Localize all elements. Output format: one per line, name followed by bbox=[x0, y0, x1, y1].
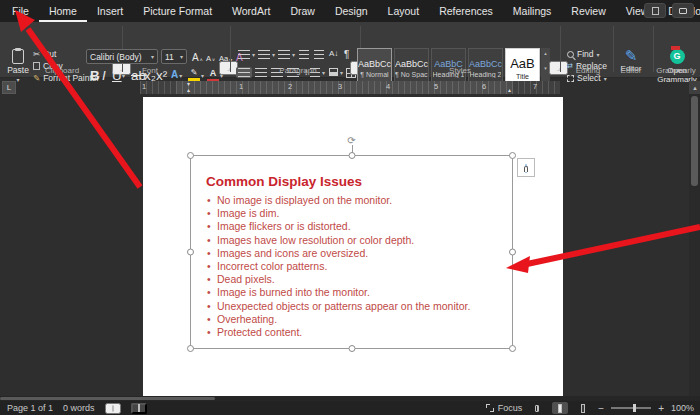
align-left-button[interactable] bbox=[236, 67, 252, 78]
ribbon-tab[interactable]: Home bbox=[39, 0, 87, 22]
bullet-text: No image is displayed on the monitor. bbox=[217, 194, 392, 206]
right-indent-marker[interactable]: ▴ bbox=[508, 87, 511, 93]
ribbon: Paste ▾ ✂Cut Copy ✎Format Painter Clipbo… bbox=[0, 22, 700, 78]
proofing-book-icon bbox=[112, 405, 114, 412]
bullet-item: •No image is displayed on the monitor. bbox=[207, 194, 470, 207]
font-size-combo[interactable]: 11▾ bbox=[161, 49, 187, 64]
resize-handle-bottom-right[interactable] bbox=[509, 345, 516, 352]
bullet-item: •Overheating. bbox=[207, 313, 470, 326]
editing-group-label: Editing bbox=[565, 66, 611, 75]
increase-indent-button[interactable] bbox=[312, 49, 326, 60]
web-layout-icon bbox=[581, 404, 585, 413]
find-button[interactable]: Find▾ bbox=[567, 49, 600, 59]
share-button[interactable] bbox=[644, 3, 666, 18]
ribbon-tab[interactable]: Picture Format bbox=[133, 0, 222, 22]
print-layout-button[interactable] bbox=[552, 402, 568, 414]
ribbon-tab[interactable]: Draw bbox=[280, 0, 325, 22]
rotate-handle-icon[interactable]: ⟳ bbox=[347, 136, 355, 146]
read-mode-button[interactable] bbox=[529, 402, 545, 414]
layout-options-button[interactable] bbox=[517, 158, 535, 177]
bullet-item: •Incorrect color patterns. bbox=[207, 260, 470, 273]
document-bullet-list: •No image is displayed on the monitor.•I… bbox=[207, 194, 470, 339]
highlight-button[interactable]: ✎▾ bbox=[188, 68, 204, 82]
ruler-margin-number: 1 bbox=[142, 82, 146, 91]
ribbon-tab[interactable]: Insert bbox=[87, 0, 133, 22]
web-layout-button[interactable] bbox=[575, 402, 591, 414]
status-bar-left: Page 1 of 1 0 words bbox=[0, 403, 147, 414]
increase-indent-icon bbox=[314, 50, 324, 59]
word-count-status[interactable]: 0 words bbox=[63, 403, 95, 413]
ribbon-tab[interactable]: Mailings bbox=[503, 0, 562, 22]
align-left-icon bbox=[238, 68, 250, 77]
selected-text-box[interactable]: ⟳ Common Display Issues •No image is dis… bbox=[190, 155, 513, 349]
zoom-in-button[interactable]: + bbox=[658, 403, 664, 414]
ribbon-tab-bar: FileHomeInsertPicture FormatWordArtDrawD… bbox=[0, 0, 700, 22]
resize-handle-bottom-center[interactable] bbox=[348, 345, 355, 352]
bold-button[interactable]: B bbox=[90, 68, 100, 82]
multilevel-list-icon bbox=[278, 50, 290, 59]
bullets-button[interactable]: ▾ bbox=[236, 49, 257, 60]
bullet-list-icon bbox=[238, 50, 250, 59]
proofing-status-button[interactable] bbox=[105, 403, 121, 414]
dropdown-chevron: ▾ bbox=[180, 53, 183, 60]
ribbon-tab[interactable]: Design bbox=[325, 0, 378, 22]
resize-handle-middle-left[interactable] bbox=[187, 249, 194, 256]
bullet-item: •Images and icons are oversized. bbox=[207, 247, 470, 260]
horizontal-ruler[interactable]: 1 1234567 ▾ ▴ ▴ bbox=[140, 81, 560, 94]
vertical-scrollbar[interactable]: ▲ bbox=[689, 81, 700, 396]
zoom-out-button[interactable]: − bbox=[598, 403, 604, 414]
ribbon-tabs: FileHomeInsertPicture FormatWordArtDrawD… bbox=[2, 0, 700, 22]
ribbon-tab[interactable]: WordArt bbox=[222, 0, 280, 22]
cut-button[interactable]: ✂Cut bbox=[33, 49, 56, 59]
bullet-text: Dead pixels. bbox=[217, 273, 275, 285]
bullet-text: Overheating. bbox=[217, 313, 277, 325]
document-page[interactable]: ⟳ Common Display Issues •No image is dis… bbox=[143, 97, 563, 396]
ribbon-tab[interactable]: References bbox=[429, 0, 503, 22]
resize-handle-bottom-left[interactable] bbox=[187, 345, 194, 352]
accessibility-status-button[interactable] bbox=[131, 403, 147, 414]
word-app-window: FileHomeInsertPicture FormatWordArtDrawD… bbox=[0, 0, 700, 415]
vertical-scrollbar-thumb[interactable] bbox=[691, 96, 698, 186]
multilevel-list-button[interactable]: ▾ bbox=[276, 49, 297, 60]
tabbar-right-buttons bbox=[644, 3, 694, 18]
editor-group-label: Editor bbox=[610, 66, 652, 75]
italic-button[interactable]: I bbox=[102, 68, 106, 82]
bullet-marker: • bbox=[207, 273, 217, 286]
share-icon bbox=[652, 7, 659, 15]
decrease-indent-button[interactable] bbox=[297, 49, 311, 60]
ribbon-tab[interactable]: Review bbox=[561, 0, 615, 22]
layout-options-icon bbox=[524, 166, 528, 172]
horizontal-scrollbar-thumb[interactable] bbox=[0, 397, 215, 400]
collapse-ribbon-button[interactable]: ▴ bbox=[670, 65, 686, 75]
shrink-font-button[interactable]: A˅ bbox=[206, 49, 215, 63]
page-count-status[interactable]: Page 1 of 1 bbox=[7, 403, 53, 413]
font-name-combo[interactable]: Calibri (Body)▾ bbox=[86, 49, 158, 64]
ribbon-tab[interactable]: File bbox=[2, 0, 39, 22]
resize-handle-middle-right[interactable] bbox=[509, 249, 516, 256]
bullet-marker: • bbox=[207, 326, 217, 339]
bullet-text: Images and icons are oversized. bbox=[217, 247, 368, 259]
ruler-ticks bbox=[140, 81, 560, 94]
tab-stop-selector[interactable]: L bbox=[2, 81, 16, 94]
bullet-marker: • bbox=[207, 220, 217, 233]
document-heading: Common Display Issues bbox=[206, 174, 362, 189]
scroll-up-icon[interactable]: ▲ bbox=[689, 81, 700, 94]
bullet-marker: • bbox=[207, 207, 217, 220]
sort-button[interactable]: A↓ bbox=[327, 48, 340, 59]
zoom-slider-thumb[interactable] bbox=[633, 404, 636, 412]
resize-handle-top-right[interactable] bbox=[509, 152, 516, 159]
resize-handle-top-center[interactable] bbox=[348, 152, 355, 159]
editor-pen-icon: ✎ bbox=[625, 49, 638, 62]
focus-mode-button[interactable]: Focus bbox=[486, 403, 523, 413]
paste-clipboard-icon bbox=[12, 49, 24, 64]
read-mode-icon bbox=[535, 405, 539, 412]
zoom-level-button[interactable]: 100% bbox=[671, 403, 694, 413]
zoom-slider[interactable] bbox=[611, 407, 651, 409]
ribbon-tab[interactable]: Layout bbox=[378, 0, 430, 22]
numbering-button[interactable]: ▾ bbox=[256, 49, 277, 60]
resize-handle-top-left[interactable] bbox=[187, 152, 194, 159]
grow-font-button[interactable]: A˄ bbox=[192, 49, 203, 63]
comments-button[interactable] bbox=[672, 3, 694, 18]
hanging-indent-marker[interactable]: ▴ bbox=[187, 87, 190, 93]
pilcrow-button[interactable]: ¶ bbox=[342, 48, 351, 61]
